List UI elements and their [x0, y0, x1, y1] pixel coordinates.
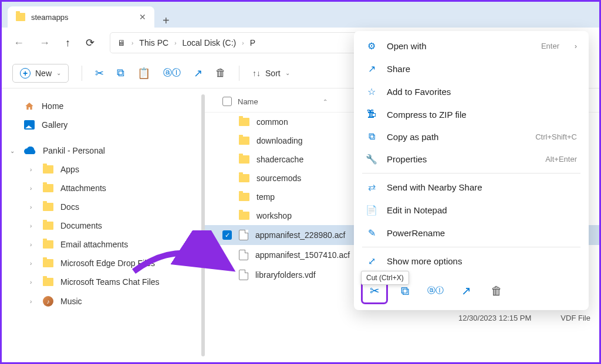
new-tab-button[interactable]: +	[154, 14, 178, 28]
rename-icon[interactable]: ⓐⒾ	[163, 67, 181, 79]
folder-icon	[239, 137, 249, 145]
folder-icon	[43, 259, 53, 267]
sidebar-item-folder[interactable]: ›Documents	[2, 216, 201, 235]
file-icon	[239, 230, 248, 240]
file-metadata: 12/30/2023 12:15 PM VDF File	[458, 314, 590, 322]
folder-icon	[239, 155, 249, 164]
cut-icon[interactable]: ✂	[95, 67, 104, 80]
paste-icon[interactable]: 📋	[137, 67, 150, 80]
open-with-icon: ⚙	[366, 40, 377, 52]
ctx-share-button[interactable]: ↗	[454, 278, 478, 303]
sort-button[interactable]: ↑↓ Sort ⌄	[252, 69, 290, 78]
file-icon	[239, 270, 248, 280]
tab-title: steamapps	[31, 13, 133, 22]
chevron-right-icon: ›	[30, 279, 36, 285]
ctx-notepad[interactable]: 📄 Edit in Notepad	[357, 199, 585, 222]
breadcrumb-item[interactable]: P	[250, 38, 255, 47]
sidebar-item-folder[interactable]: ›Attachments	[2, 179, 201, 198]
folder-icon	[239, 174, 249, 182]
tooltip: Cut (Ctrl+X)	[361, 271, 409, 285]
separator	[362, 247, 580, 247]
back-button[interactable]: ←	[13, 37, 24, 49]
ctx-more-options[interactable]: ⤢ Show more options	[357, 250, 585, 273]
ctx-label: PowerRename	[387, 228, 577, 238]
ctx-label: Show more options	[387, 256, 577, 266]
sidebar-label: Music	[60, 297, 82, 306]
file-name: libraryfolders.vdf	[255, 270, 316, 280]
sidebar-item-home[interactable]: Home	[2, 97, 201, 115]
file-name: temp	[256, 192, 275, 202]
ctx-favorite[interactable]: ☆ Add to Favorites	[357, 80, 585, 103]
sidebar-item-onedrive[interactable]: ⌄ Pankil - Personal	[2, 141, 201, 160]
folder-icon	[239, 118, 249, 126]
plus-icon: +	[20, 68, 31, 79]
chevron-right-icon: ›	[30, 166, 36, 173]
sidebar: Home Gallery ⌄ Pankil - Personal ›Apps ›…	[2, 89, 201, 362]
sidebar-label: Documents	[60, 221, 102, 230]
breadcrumb-item[interactable]: Local Disk (C:)	[182, 38, 236, 47]
tab-bar: steamapps ✕ +	[2, 2, 599, 28]
ctx-delete-button[interactable]: 🗑	[484, 278, 509, 303]
ctx-powerrename[interactable]: ✎ PowerRename	[357, 222, 585, 244]
new-button[interactable]: + New ⌄	[12, 64, 69, 83]
share-icon: ↗	[366, 63, 377, 74]
chevron-right-icon: ›	[242, 40, 244, 46]
ctx-share[interactable]: ↗ Share	[357, 57, 585, 80]
checked-checkbox[interactable]: ✓	[222, 230, 232, 240]
sidebar-label: Docs	[60, 202, 79, 212]
chevron-right-icon: ›	[30, 298, 36, 305]
window-tab[interactable]: steamapps ✕	[8, 6, 154, 28]
close-tab-icon[interactable]: ✕	[139, 12, 146, 22]
sidebar-item-gallery[interactable]: Gallery	[2, 115, 201, 134]
forward-button[interactable]: →	[39, 37, 50, 49]
ctx-label: Copy as path	[387, 132, 526, 142]
ctx-zip[interactable]: 🗜 Compress to ZIP file	[357, 103, 585, 125]
separator	[362, 173, 580, 174]
separator	[82, 66, 82, 81]
chevron-down-icon: ⌄	[56, 70, 61, 76]
ctx-label: Open with	[387, 41, 532, 51]
chevron-right-icon: ›	[174, 40, 176, 46]
ctx-label: Edit in Notepad	[387, 205, 577, 215]
ctx-label: Send with Nearby Share	[387, 182, 577, 192]
ctx-open-with[interactable]: ⚙ Open with Enter ›	[357, 35, 585, 57]
sort-ascending-icon: ⌃	[323, 98, 327, 105]
ctx-properties[interactable]: 🔧 Properties Alt+Enter	[357, 148, 585, 171]
folder-icon	[239, 193, 249, 201]
sidebar-item-folder[interactable]: ›Docs	[2, 198, 201, 216]
ctx-nearby-share[interactable]: ⇄ Send with Nearby Share	[357, 176, 585, 199]
sidebar-item-folder[interactable]: ›Microsoft Edge Drop Files	[2, 254, 201, 273]
refresh-button[interactable]: ⟳	[86, 36, 94, 49]
sidebar-label: Attachments	[60, 183, 106, 193]
folder-icon	[43, 222, 53, 230]
sidebar-label: Pankil - Personal	[43, 146, 105, 155]
copy-icon[interactable]: ⧉	[117, 67, 124, 79]
ctx-label: Add to Favorites	[387, 87, 577, 97]
select-all-checkbox[interactable]	[222, 97, 232, 106]
ctx-rename-button[interactable]: ⓐⒾ	[423, 278, 448, 303]
sidebar-label: Email attachments	[60, 240, 128, 249]
sidebar-item-folder[interactable]: ›Email attachments	[2, 235, 201, 254]
up-button[interactable]: ↑	[65, 37, 70, 49]
folder-icon	[43, 203, 53, 211]
file-name: shadercache	[256, 155, 303, 164]
ctx-copy-path[interactable]: ⧉ Copy as path Ctrl+Shift+C	[357, 125, 585, 148]
sort-icon: ↑↓	[252, 69, 261, 78]
file-name: workshop	[256, 211, 292, 220]
ctx-shortcut: Alt+Enter	[545, 155, 577, 164]
copy-path-icon: ⧉	[366, 131, 377, 142]
column-name[interactable]: Name	[238, 97, 258, 106]
folder-icon	[43, 240, 53, 249]
delete-icon[interactable]: 🗑	[215, 67, 226, 79]
wrench-icon: 🔧	[366, 154, 377, 165]
sidebar-item-music[interactable]: ›♪Music	[2, 291, 201, 311]
cloud-icon	[24, 147, 36, 155]
sidebar-label: Apps	[60, 165, 79, 174]
share-icon[interactable]: ↗	[194, 67, 202, 80]
chevron-right-icon: ›	[30, 260, 36, 267]
sidebar-item-folder[interactable]: ›Microsoft Teams Chat Files	[2, 273, 201, 291]
chevron-down-icon: ⌄	[10, 148, 17, 154]
ctx-label: Properties	[387, 154, 536, 164]
sidebar-item-folder[interactable]: ›Apps	[2, 160, 201, 179]
breadcrumb-item[interactable]: This PC	[139, 38, 168, 47]
